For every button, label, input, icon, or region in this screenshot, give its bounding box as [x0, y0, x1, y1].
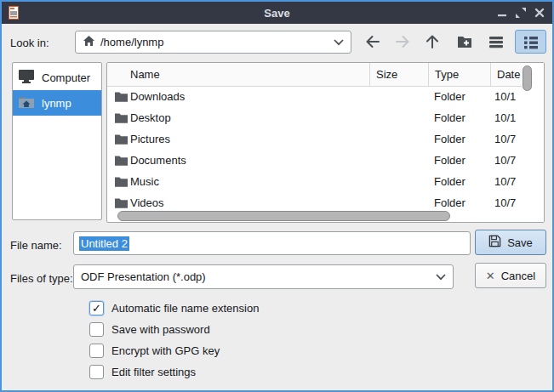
file-type-combobox[interactable]: ODF Presentation (*.odp) — [73, 264, 454, 289]
minimize-button[interactable] — [495, 7, 508, 20]
home-icon — [83, 35, 95, 49]
horizontal-scrollbar-thumb[interactable] — [117, 211, 450, 221]
file-name-value: Untitled 2 — [79, 236, 129, 251]
window-title: Save — [2, 7, 552, 20]
file-type-value: ODF Presentation (*.odp) — [81, 270, 206, 283]
home-folder-icon — [18, 95, 35, 111]
close-button[interactable] — [533, 7, 545, 20]
sidebar-item-label: lynmp — [42, 97, 71, 110]
checkbox-encrypt-gpg[interactable]: Encrypt with GPG key — [89, 340, 259, 361]
folder-icon — [114, 91, 129, 105]
checkbox-label: Save with password — [111, 323, 210, 336]
checkbox-label: Edit filter settings — [111, 366, 196, 378]
cancel-button[interactable]: ✕ Cancel — [475, 263, 546, 288]
file-row-documents[interactable]: DocumentsFolder10/7 — [107, 150, 544, 171]
sidebar-item-label: Computer — [42, 71, 90, 84]
save-button[interactable]: Save — [475, 230, 546, 255]
sidebar-item-lynmp[interactable]: lynmp — [13, 90, 101, 116]
computer-icon — [18, 69, 35, 87]
file-row-downloads[interactable]: DownloadsFolder10/1 — [107, 86, 544, 107]
new-folder-button[interactable] — [452, 30, 477, 54]
restore-button[interactable] — [514, 7, 527, 20]
checkbox-box[interactable] — [89, 322, 104, 337]
checkbox-box[interactable] — [89, 365, 104, 379]
file-list-body: DownloadsFolder10/1 DesktopFolder10/1 Pi… — [107, 86, 544, 222]
files-of-type-label: Files of type: — [10, 272, 73, 285]
checkbox-box[interactable]: ✓ — [89, 301, 104, 315]
list-view-button[interactable] — [483, 30, 509, 54]
chevron-down-icon — [334, 36, 344, 48]
checkbox-edit-filter[interactable]: Edit filter settings — [89, 361, 259, 383]
folder-icon — [114, 134, 129, 148]
file-name-input[interactable]: Untitled 2 — [73, 231, 471, 255]
checkbox-box[interactable] — [89, 344, 104, 358]
checkbox-automatic-extension[interactable]: ✓ Automatic file name extension — [89, 298, 259, 319]
chevron-down-icon — [436, 270, 446, 283]
places-sidebar: Computer lynmp — [12, 62, 102, 220]
folder-icon — [114, 112, 129, 127]
column-header-name[interactable]: Name — [107, 63, 369, 86]
cancel-button-label: Cancel — [501, 270, 535, 282]
titlebar: Save — [2, 2, 552, 24]
file-row-music[interactable]: MusicFolder10/7 — [107, 171, 544, 192]
vertical-scrollbar[interactable] — [522, 63, 544, 222]
sidebar-item-computer[interactable]: Computer — [13, 65, 101, 90]
check-mark-icon: ✓ — [92, 302, 101, 315]
checkbox-label: Encrypt with GPG key — [111, 344, 220, 357]
file-row-desktop[interactable]: DesktopFolder10/1 — [107, 107, 544, 128]
checkbox-label: Automatic file name extension — [111, 302, 259, 315]
look-in-label: Look in: — [10, 37, 49, 49]
folder-icon — [114, 155, 129, 169]
file-name-label: File name: — [10, 239, 62, 252]
location-path: /home/lynmp — [100, 36, 163, 48]
location-combobox[interactable]: /home/lynmp — [75, 31, 351, 54]
column-header-type[interactable]: Type — [428, 63, 490, 86]
save-floppy-icon — [488, 235, 501, 250]
folder-icon — [114, 176, 129, 190]
cancel-x-icon: ✕ — [486, 270, 495, 282]
back-button[interactable] — [360, 30, 386, 54]
forward-button[interactable] — [390, 30, 415, 54]
column-header-size[interactable]: Size — [369, 63, 428, 86]
options-group: ✓ Automatic file name extension Save wit… — [89, 298, 259, 383]
column-header-date[interactable]: Date — [490, 63, 522, 86]
folder-icon — [114, 197, 129, 212]
file-list: Name Size Type Date DownloadsFolder10/1 … — [106, 62, 545, 223]
vertical-scrollbar-thumb[interactable] — [523, 65, 532, 91]
save-dialog: Save Look in: /home/lynmp — [0, 0, 554, 392]
checkbox-save-with-password[interactable]: Save with password — [89, 319, 259, 340]
up-button[interactable] — [420, 30, 445, 54]
detail-view-button[interactable] — [515, 30, 546, 54]
file-row-pictures[interactable]: PicturesFolder10/7 — [107, 128, 544, 150]
file-list-header: Name Size Type Date — [107, 63, 544, 87]
save-button-label: Save — [507, 236, 533, 249]
